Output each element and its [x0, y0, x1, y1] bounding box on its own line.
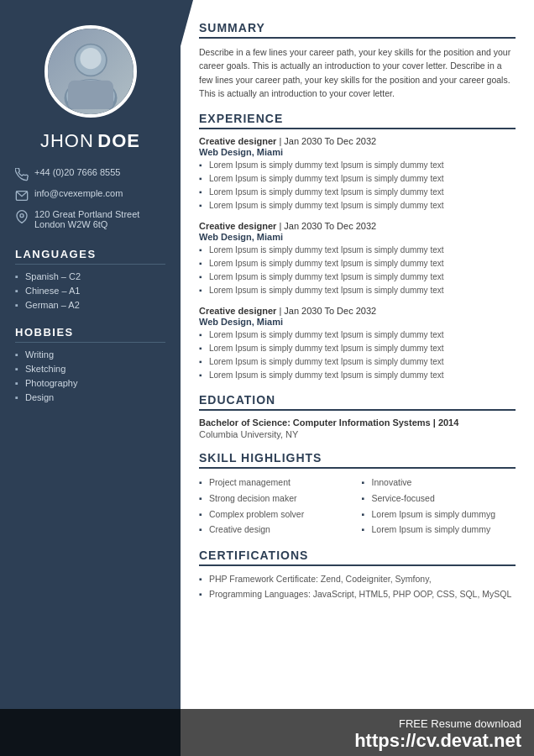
list-item: German – A2: [15, 300, 165, 310]
avatar: [44, 25, 137, 118]
experience-item: Creative designer | Jan 2030 To Dec 2032…: [199, 136, 516, 212]
last-name: DOE: [97, 130, 140, 151]
email-item: info@cvexemple.com: [15, 188, 165, 202]
exp-bullets: Lorem Ipsum is simply dummy text Ipsum i…: [199, 160, 516, 212]
list-item: PHP Framework Certificate: Zend, Codeign…: [199, 573, 516, 585]
languages-section: LANGUAGES Spanish – C2 Chinese – A1 Germ…: [0, 236, 181, 314]
certifications-list: PHP Framework Certificate: Zend, Codeign…: [199, 573, 516, 601]
edu-school: Columbia University, NY: [199, 429, 516, 439]
skill-item: Strong decision maker: [199, 491, 353, 506]
exp-dates: Jan 2030 To Dec 2032: [284, 221, 376, 231]
skill-item: Project management: [199, 475, 353, 490]
skill-item: Lorem Ipsum is simply dummy: [362, 522, 516, 537]
skills-section: SKILL HIGHLIGHTS Project management Inno…: [199, 451, 516, 537]
list-item: Lorem Ipsum is simply dummy text Ipsum i…: [199, 186, 516, 198]
phone-icon: [15, 168, 29, 181]
experience-title: EXPERIENCE: [199, 112, 516, 129]
skill-item: Creative design: [199, 522, 353, 537]
exp-title: Creative designer: [199, 221, 276, 231]
skills-title: SKILL HIGHLIGHTS: [199, 451, 516, 469]
svg-point-4: [80, 48, 101, 69]
svg-point-7: [20, 214, 24, 218]
list-item: Design: [15, 392, 165, 402]
experience-item: Creative designer | Jan 2030 To Dec 2032…: [199, 221, 516, 297]
address-item: 120 Great Portland Street London W2W 6tQ: [15, 209, 165, 229]
exp-bullets: Lorem Ipsum is simply dummy text Ipsum i…: [199, 329, 516, 381]
exp-bullets: Lorem Ipsum is simply dummy text Ipsum i…: [199, 244, 516, 297]
list-item: Lorem Ipsum is simply dummy text Ipsum i…: [199, 173, 516, 185]
svg-rect-5: [68, 81, 113, 109]
phone-item: +44 (0)20 7666 8555: [15, 167, 165, 181]
experience-item: Creative designer | Jan 2030 To Dec 2032…: [199, 306, 516, 381]
list-item: Programming Languages: JavaScript, HTML5…: [199, 588, 516, 601]
exp-company: Web Design, Miami: [199, 317, 516, 327]
list-item: Lorem Ipsum is simply dummy text Ipsum i…: [199, 356, 516, 368]
edu-degree: Bachelor of Science: Computer Informatio…: [199, 417, 516, 428]
list-item: Lorem Ipsum is simply dummy text Ipsum i…: [199, 271, 516, 283]
phone-text: +44 (0)20 7666 8555: [34, 167, 120, 177]
exp-title-line: Creative designer | Jan 2030 To Dec 2032: [199, 306, 516, 316]
list-item: Lorem Ipsum is simply dummy text Ipsum i…: [199, 258, 516, 270]
address-line2: London W2W 6tQ: [34, 219, 139, 229]
experience-section: EXPERIENCE Creative designer | Jan 2030 …: [199, 112, 516, 381]
name-block: JHON DOE: [32, 130, 149, 152]
certifications-section: CERTIFICATIONS PHP Framework Certificate…: [199, 549, 516, 601]
list-item: Photography: [15, 378, 165, 388]
contact-section: +44 (0)20 7666 8555 info@cvexemple.com 1…: [0, 167, 181, 236]
certifications-title: CERTIFICATIONS: [199, 549, 516, 566]
summary-section: SUMMARY Describe in a few lines your car…: [199, 21, 516, 100]
list-item: Spanish – C2: [15, 271, 165, 281]
skills-grid: Project management Innovative Strong dec…: [199, 475, 516, 537]
skill-item: Service-focused: [362, 491, 516, 506]
list-item: Lorem Ipsum is simply dummy text Ipsum i…: [199, 200, 516, 212]
exp-dates: Jan 2030 To Dec 2032: [284, 306, 376, 316]
location-icon: [15, 210, 29, 223]
exp-title: Creative designer: [199, 306, 276, 316]
summary-text: Describe in a few lines your career path…: [199, 45, 516, 100]
list-item: Lorem Ipsum is simply dummy text Ipsum i…: [199, 370, 516, 381]
email-icon: [15, 189, 29, 202]
edu-year: 2014: [438, 417, 458, 428]
hobbies-list: Writing Sketching Photography Design: [15, 349, 165, 402]
summary-title: SUMMARY: [199, 21, 516, 39]
email-text: info@cvexemple.com: [34, 188, 123, 198]
education-section: EDUCATION Bachelor of Science: Computer …: [199, 393, 516, 439]
list-item: Lorem Ipsum is simply dummy text Ipsum i…: [199, 343, 516, 354]
list-item: Lorem Ipsum is simply dummy text Ipsum i…: [199, 244, 516, 256]
exp-title: Creative designer: [199, 136, 276, 146]
exp-dates: Jan 2030 To Dec 2032: [284, 136, 376, 146]
address-line1: 120 Great Portland Street: [34, 209, 139, 219]
languages-title: LANGUAGES: [15, 248, 165, 265]
education-title: EDUCATION: [199, 393, 516, 411]
edu-degree-text: Bachelor of Science: Computer Informatio…: [199, 417, 431, 428]
exp-company: Web Design, Miami: [199, 147, 516, 157]
list-item: Chinese – A1: [15, 286, 165, 296]
languages-list: Spanish – C2 Chinese – A1 German – A2: [15, 271, 165, 310]
skill-item: Lorem Ipsum is simply dummyg: [362, 507, 516, 522]
exp-title-line: Creative designer | Jan 2030 To Dec 2032: [199, 221, 516, 231]
hobbies-title: HOBBIES: [15, 326, 165, 343]
sidebar: JHON DOE +44 (0)20 7666 8555 info@cvexem…: [0, 0, 181, 756]
hobbies-section: HOBBIES Writing Sketching Photography De…: [0, 314, 181, 407]
skill-item: Complex problem solver: [199, 507, 353, 522]
exp-title-line: Creative designer | Jan 2030 To Dec 2032: [199, 136, 516, 146]
first-name: JHON: [40, 130, 94, 151]
exp-company: Web Design, Miami: [199, 232, 516, 242]
main-content: SUMMARY Describe in a few lines your car…: [181, 0, 534, 756]
list-item: Sketching: [15, 364, 165, 374]
list-item: Lorem Ipsum is simply dummy text Ipsum i…: [199, 160, 516, 171]
list-item: Lorem Ipsum is simply dummy text Ipsum i…: [199, 285, 516, 297]
list-item: Writing: [15, 349, 165, 360]
skill-item: Innovative: [362, 475, 516, 490]
list-item: Lorem Ipsum is simply dummy text Ipsum i…: [199, 329, 516, 341]
